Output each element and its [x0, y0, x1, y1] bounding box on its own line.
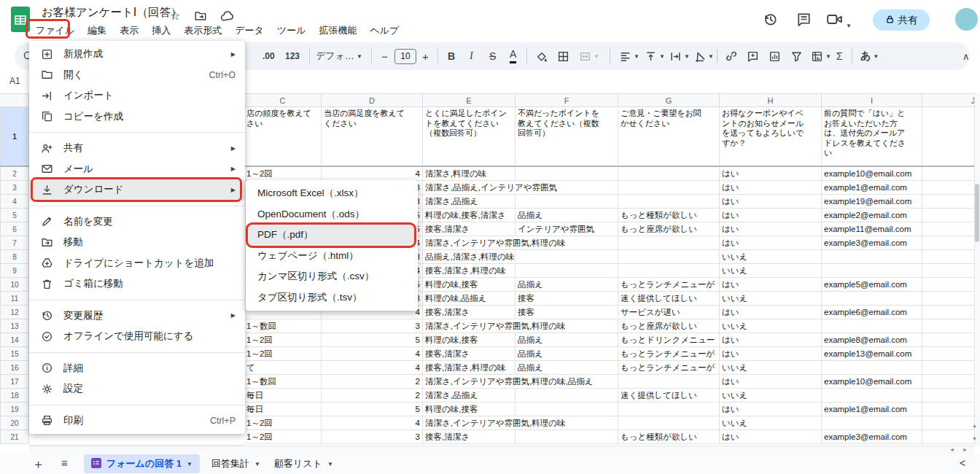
cell-E2[interactable]: 清潔さ,料理の味 — [423, 167, 516, 181]
cell-E16[interactable]: 接客,清潔さ,料理の味 — [423, 361, 516, 375]
vertical-scrollbar[interactable] — [974, 93, 980, 446]
cell-J16[interactable] — [922, 361, 980, 375]
add-sheet-icon[interactable]: ＋ — [32, 456, 44, 473]
cell-F18[interactable] — [516, 389, 618, 403]
decrease-font-size-button[interactable]: − — [381, 42, 388, 70]
cell-F19[interactable] — [516, 403, 618, 416]
merge-cells-icon[interactable]: ▼ — [579, 42, 599, 70]
sheet-tab-form-responses[interactable]: フォームの回答 1▼ — [84, 454, 200, 473]
cell-G5[interactable]: もっと種類が欲しい — [618, 209, 720, 222]
row-header-6[interactable]: 6 — [0, 222, 29, 236]
cell-J9[interactable] — [922, 264, 980, 278]
cell-H11[interactable]: いいえ — [720, 292, 822, 306]
file-menu-item-details[interactable]: 詳細 — [29, 358, 245, 379]
header-cell-C1[interactable]: 店の頻度を教えて さい — [244, 107, 322, 167]
scroll-up-icon[interactable]: ▲ — [972, 423, 977, 428]
cell-H4[interactable]: はい — [720, 195, 822, 209]
download-submenu-item-pdf[interactable]: PDF（.pdf） — [246, 225, 418, 246]
menubar-item-edit[interactable]: 編集 — [81, 22, 113, 39]
cell-I14[interactable]: example8@email.com — [822, 333, 922, 347]
cell-J12[interactable] — [922, 306, 980, 319]
cell-D17[interactable]: 2 — [322, 375, 423, 389]
row-header-18[interactable]: 18 — [0, 389, 29, 403]
row-header-12[interactable]: 12 — [0, 306, 29, 319]
cell-I4[interactable]: example19@email.com — [822, 195, 922, 209]
cell-E3[interactable]: 清潔さ,品揃え,インテリアや雰囲気 — [423, 181, 618, 195]
cell-H3[interactable]: はい — [720, 181, 822, 195]
file-menu-item-drive-shortcut[interactable]: ドライブにショートカットを追加 — [29, 253, 245, 274]
insert-link-icon[interactable] — [725, 42, 737, 70]
share-button[interactable]: 共有 — [873, 9, 930, 31]
cell-H21[interactable]: はい — [720, 430, 822, 444]
cell-G11[interactable]: 速く提供してほしい — [618, 292, 720, 306]
cell-D16[interactable]: 4 — [322, 361, 423, 375]
file-menu-item-version-history[interactable]: 変更履歴 ▶ — [29, 306, 245, 327]
column-header-E[interactable]: E — [423, 93, 516, 107]
avatar[interactable] — [955, 8, 978, 31]
cell-G16[interactable]: もっとランチメニューが — [618, 361, 720, 375]
cell-G17[interactable] — [618, 375, 720, 389]
cell-C15[interactable]: 1～2回 — [244, 347, 322, 361]
cell-C13[interactable]: 1～数回 — [244, 319, 322, 333]
cell-E6[interactable]: 接客,清潔さ — [423, 222, 516, 236]
vertical-scrollbar-thumb[interactable] — [975, 184, 979, 242]
version-history-icon[interactable] — [763, 12, 778, 30]
cell-E13[interactable]: 清潔さ,インテリアや雰囲気,料理の味 — [423, 319, 618, 333]
row-header-7[interactable]: 7 — [0, 236, 29, 250]
cell-E15[interactable]: 接客,清潔さ — [423, 347, 516, 361]
cell-C17[interactable]: 1～数回 — [244, 375, 322, 389]
cell-E21[interactable]: 接客,清潔さ — [423, 430, 516, 444]
cell-F6[interactable]: インテリアや雰囲気 — [516, 222, 618, 236]
file-menu-item-open[interactable]: 開く Ctrl+O — [29, 65, 245, 86]
cell-G19[interactable] — [618, 403, 720, 416]
cell-J5[interactable] — [922, 209, 980, 222]
cell-J19[interactable] — [922, 403, 980, 416]
cell-I8[interactable] — [822, 250, 922, 264]
borders-icon[interactable] — [557, 42, 569, 70]
menubar-item-file[interactable]: ファイル — [29, 22, 81, 39]
cell-J7[interactable] — [922, 236, 980, 250]
scroll-left-icon[interactable]: ◄ — [949, 447, 954, 452]
cell-I12[interactable]: example6@email.com — [822, 306, 922, 319]
cell-G4[interactable] — [618, 195, 720, 209]
file-menu-item-rename[interactable]: 名前を変更 — [29, 211, 245, 233]
bold-button[interactable]: B — [448, 42, 455, 70]
cell-G6[interactable]: もっと座席が欲しい — [618, 222, 720, 236]
cell-I15[interactable]: example13@email.com — [822, 347, 922, 361]
column-header-F[interactable]: F — [516, 93, 618, 107]
row-header-3[interactable]: 3 — [0, 181, 29, 195]
cell-G9[interactable] — [618, 264, 720, 278]
cell-E11[interactable]: 料理の味,品揃え — [423, 292, 516, 306]
row-header-17[interactable]: 17 — [0, 375, 29, 389]
filter-icon[interactable] — [790, 42, 803, 70]
menubar-item-format[interactable]: 表示形式 — [177, 22, 228, 39]
cell-G20[interactable] — [618, 416, 720, 430]
menubar-item-view[interactable]: 表示 — [113, 22, 145, 39]
row-header-1[interactable]: 1 — [0, 107, 29, 167]
file-menu-item-offline[interactable]: オフラインで使用可能にする — [29, 326, 245, 347]
page-title[interactable]: お客様アンケートⅠ（回答） — [42, 5, 182, 20]
column-header-C[interactable]: C — [244, 93, 322, 107]
cell-H2[interactable]: はい — [720, 167, 822, 181]
cell-I13[interactable] — [822, 319, 922, 333]
cell-E20[interactable]: 清潔さ,インテリアや雰囲気,料理の味 — [423, 416, 618, 430]
cell-F14[interactable]: 品揃え — [516, 333, 618, 347]
header-cell-J1[interactable] — [922, 107, 980, 167]
cell-H20[interactable]: いいえ — [720, 416, 822, 430]
download-submenu-item-html[interactable]: ウェブページ（.html） — [246, 246, 418, 267]
file-menu-item-print[interactable]: 印刷 Ctrl+P — [29, 411, 245, 432]
cell-H17[interactable]: はい — [720, 375, 822, 389]
all-sheets-icon[interactable]: ≡ — [61, 456, 68, 469]
text-rotation-icon[interactable]: ▼ — [693, 42, 714, 70]
cell-G8[interactable] — [618, 250, 720, 264]
functions-button[interactable]: Σ — [836, 42, 843, 70]
header-cell-E1[interactable]: とくに満足したポイン トを教えてください （複数回答可） — [423, 107, 516, 167]
file-menu-item-trash[interactable]: ゴミ箱に移動 — [29, 273, 245, 295]
scroll-down-icon[interactable]: ▼ — [972, 436, 977, 441]
meet-camera-icon[interactable]: ▼ — [826, 11, 852, 31]
file-menu-item-download[interactable]: ダウンロード ▶ — [29, 179, 245, 201]
text-wrap-icon[interactable]: ▼ — [669, 42, 690, 70]
cell-F11[interactable]: 接客 — [516, 292, 618, 306]
text-color-button[interactable]: A — [510, 46, 516, 63]
cell-E18[interactable]: 清潔さ,品揃え — [423, 389, 516, 403]
